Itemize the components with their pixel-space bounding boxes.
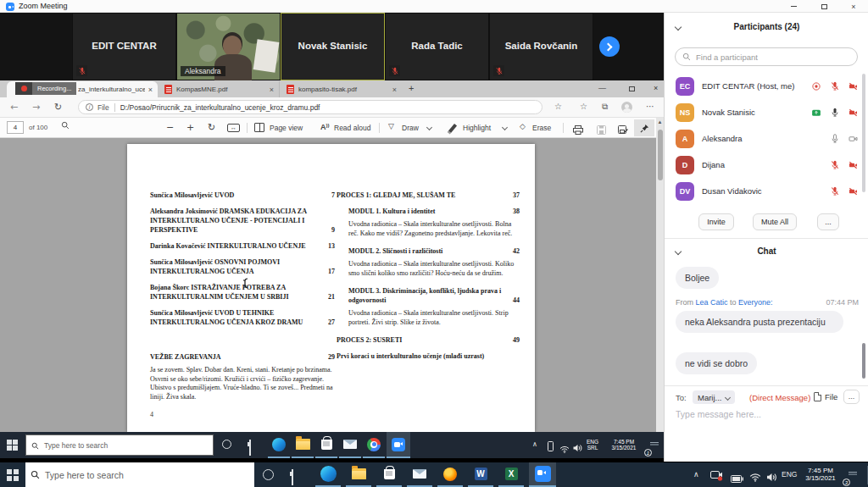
back-icon[interactable]: ← <box>10 102 18 113</box>
participant-row[interactable]: D Dijana <box>665 152 868 178</box>
browser-menu-icon[interactable]: ⋯ <box>646 102 654 111</box>
chat-recipient-link[interactable]: Everyone: <box>738 298 773 307</box>
task-view-icon[interactable] <box>292 469 293 485</box>
chat-more-button[interactable]: ... <box>843 390 860 404</box>
chat-scrollbar[interactable] <box>862 343 865 379</box>
tray-wifi-icon[interactable] <box>749 470 761 485</box>
erase-icon[interactable]: ◇ <box>520 122 526 130</box>
participants-scrollbar[interactable] <box>862 74 865 192</box>
participant-search-box[interactable] <box>675 47 858 66</box>
cortana-icon[interactable] <box>263 469 274 480</box>
start-button-icon[interactable] <box>7 440 18 451</box>
zoom-out-icon[interactable]: − <box>166 122 174 133</box>
taskbar-zoom-icon[interactable] <box>387 432 410 458</box>
forward-icon[interactable]: → <box>32 102 40 113</box>
page-number-input[interactable]: 4 <box>7 121 24 134</box>
highlight-dropdown-icon[interactable] <box>502 125 508 130</box>
video-tile-saida[interactable]: Saida Rovčanin <box>489 13 593 80</box>
browser-restore-icon[interactable] <box>629 85 635 93</box>
task-view-icon[interactable] <box>249 440 251 456</box>
minimize-button[interactable] <box>788 2 798 11</box>
chat-file-button[interactable]: File <box>814 392 837 401</box>
tray-clock[interactable]: 7:45 PM 3/15/2021 <box>605 439 643 451</box>
video-tile-edit-centar[interactable]: EDIT CENTAR <box>72 13 176 80</box>
taskbar-edge-icon[interactable] <box>315 462 341 487</box>
close-button[interactable]: × <box>849 2 859 11</box>
participant-row[interactable]: EC EDIT CENTAR (Host, me) <box>665 74 868 99</box>
tray-clock[interactable]: 7:45 PM 3/15/2021 <box>800 467 841 482</box>
collections-icon[interactable]: ⧉ <box>602 102 608 112</box>
tray-wifi-icon[interactable] <box>559 441 570 457</box>
tab-close-icon[interactable]: × <box>270 86 274 94</box>
scrollbar-thumb[interactable] <box>658 130 663 180</box>
participant-row[interactable]: DV Dusan Vidakovic <box>665 179 868 204</box>
highlight-label[interactable]: Highlight <box>463 124 491 132</box>
taskbar-excel-icon[interactable]: X <box>498 462 524 487</box>
chat-message-input[interactable] <box>676 409 854 419</box>
participants-more-button[interactable]: ... <box>817 213 839 230</box>
invite-button[interactable]: Invite <box>698 213 734 230</box>
profile-avatar-icon[interactable] <box>621 102 632 113</box>
taskbar-zoom-icon[interactable] <box>529 462 556 487</box>
page-view-icon[interactable] <box>254 123 264 132</box>
zoom-in-icon[interactable]: + <box>186 122 194 133</box>
video-tile-rada[interactable]: Rada Tadic <box>385 13 489 80</box>
draw-dropdown-icon[interactable] <box>426 125 432 130</box>
add-favorite-icon[interactable]: ☆ <box>554 102 562 111</box>
tray-chevron-up-icon[interactable]: ∧ <box>693 470 699 479</box>
fit-to-width-icon[interactable]: ↔ <box>227 124 240 132</box>
pdf-scrollbar[interactable]: ▲ <box>656 118 664 432</box>
taskbar-firefox-icon[interactable] <box>437 462 463 487</box>
taskbar-word-icon[interactable]: W <box>468 462 493 487</box>
tray-language-indicator[interactable]: ENG <box>782 470 797 479</box>
tray-chevron-up-icon[interactable]: ∧ <box>532 440 537 448</box>
pdf-search-icon[interactable] <box>61 121 70 132</box>
draw-icon[interactable]: ▽ <box>388 122 394 130</box>
refresh-icon[interactable]: ↻ <box>54 102 62 113</box>
taskbar-file-explorer-icon[interactable] <box>292 432 314 458</box>
tray-battery-icon[interactable] <box>731 471 743 486</box>
new-tab-button[interactable]: + <box>409 83 414 93</box>
video-tile-aleksandra[interactable]: Aleksandra <box>176 13 281 80</box>
tab-close-icon[interactable]: × <box>392 86 397 94</box>
tab-kompasito-pdf[interactable]: kompasito-tisak.pdf × <box>281 81 402 97</box>
tab-kompasmne-pdf[interactable]: KompasMNE.pdf × <box>159 81 280 97</box>
start-button-icon[interactable] <box>7 469 19 481</box>
taskbar-search-box[interactable]: Type here to search <box>25 434 214 456</box>
taskbar-chrome-icon[interactable] <box>363 432 385 458</box>
taskbar-mail-icon[interactable] <box>339 432 361 458</box>
erase-label[interactable]: Erase <box>532 124 551 132</box>
save-as-icon[interactable] <box>618 123 628 138</box>
print-icon[interactable] <box>573 123 583 138</box>
scrollbar-up-icon[interactable]: ▲ <box>656 119 664 125</box>
tray-speaker-icon[interactable] <box>573 440 582 456</box>
rotate-icon[interactable]: ↻ <box>208 122 215 133</box>
tray-language-indicator[interactable]: ENG SRL <box>587 439 598 451</box>
read-aloud-icon[interactable]: A)) <box>320 123 330 131</box>
participant-search-input[interactable] <box>696 53 850 62</box>
pin-toolbar-button[interactable] <box>634 119 654 136</box>
taskbar-search-box[interactable]: Type here to search <box>25 462 254 487</box>
taskbar-edge-icon[interactable] <box>268 432 290 458</box>
chat-sender-link[interactable]: Lea Catic <box>696 298 728 307</box>
draw-label[interactable]: Draw <box>402 124 419 132</box>
address-field[interactable]: i File D:/Posao/Prirucnik_za_interkultur… <box>78 100 542 114</box>
mute-all-button[interactable]: Mute All <box>753 213 797 230</box>
taskbar-mail-icon[interactable] <box>407 462 432 487</box>
taskbar-store-icon[interactable] <box>315 432 337 458</box>
participant-row[interactable]: A Aleksandra <box>665 126 868 152</box>
browser-close-icon[interactable]: × <box>654 84 658 92</box>
read-aloud-label[interactable]: Read aloud <box>334 124 370 132</box>
browser-minimize-icon[interactable]: — <box>598 84 606 92</box>
highlight-icon[interactable] <box>448 124 457 133</box>
tray-phone-icon[interactable] <box>548 440 554 455</box>
participant-row[interactable]: NS Novak Stanisic <box>665 100 868 125</box>
info-icon[interactable]: i <box>86 103 93 111</box>
taskbar-store-icon[interactable] <box>376 462 402 487</box>
taskbar-file-explorer-icon[interactable] <box>346 462 371 487</box>
page-view-label[interactable]: Page view <box>270 124 303 132</box>
restore-button[interactable] <box>819 2 829 11</box>
tray-speaker-icon[interactable] <box>766 470 777 485</box>
cortana-icon[interactable] <box>222 440 231 449</box>
favorites-icon[interactable]: ☆ <box>580 102 587 111</box>
